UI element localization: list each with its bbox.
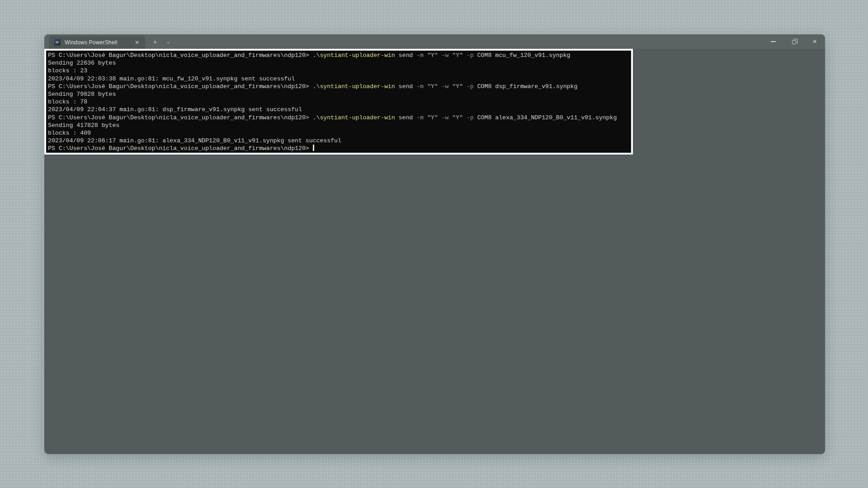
terminal-line: PS C:\Users\José Bagur\Desktop\nicla_voi… xyxy=(48,83,629,90)
terminal-text-segment: 2023/04/09 22:04:37 main.go:81: dsp_firm… xyxy=(48,106,302,113)
terminal-text-segment: -m xyxy=(413,114,424,121)
terminal-text-segment: .\syntiant-uploader-win xyxy=(313,83,395,90)
terminal-line: blocks : 409 xyxy=(48,129,629,137)
terminal-text-segment: PS C:\Users\José Bagur\Desktop\nicla_voi… xyxy=(48,83,313,90)
terminal-line: 2023/04/09 22:03:38 main.go:81: mcu_fw_1… xyxy=(48,75,629,83)
window-titlebar[interactable]: ≫ Windows PowerShell ✕ + ⌄ ✕ xyxy=(44,34,825,49)
tab-close-icon[interactable]: ✕ xyxy=(133,38,141,47)
new-tab-button[interactable]: + xyxy=(149,36,161,49)
terminal-text-segment: COM8 mcu_fw_120_v91.synpkg xyxy=(474,52,571,59)
terminal-text-segment: PS C:\Users\José Bagur\Desktop\nicla_voi… xyxy=(48,52,313,59)
terminal-text-segment: COM8 dsp_firmware_v91.synpkg xyxy=(474,83,578,90)
titlebar-drag-region[interactable] xyxy=(174,34,763,49)
terminal-text-segment: 2023/04/09 22:06:17 main.go:81: alexa_33… xyxy=(48,137,341,144)
terminal-line: Sending 417828 bytes xyxy=(48,122,629,129)
terminal-text-segment: -w xyxy=(438,83,449,90)
terminal-text-segment: Sending 79828 bytes xyxy=(48,91,116,98)
window-controls: ✕ xyxy=(763,34,825,49)
terminal-text-segment: .\syntiant-uploader-win xyxy=(313,52,395,59)
tab-title: Windows PowerShell xyxy=(65,39,129,46)
terminal-text-segment: "Y" xyxy=(424,83,438,90)
tab-dropdown-button[interactable]: ⌄ xyxy=(162,36,174,49)
terminal-text-segment: COM8 alexa_334_NDP120_B0_v11_v91.synpkg xyxy=(474,114,617,121)
terminal-text-segment: 2023/04/09 22:03:38 main.go:81: mcu_fw_1… xyxy=(48,75,295,82)
terminal-line: PS C:\Users\José Bagur\Desktop\nicla_voi… xyxy=(48,114,629,122)
restore-icon xyxy=(792,40,796,44)
terminal-text-segment: Sending 22636 bytes xyxy=(48,60,116,66)
minimize-icon xyxy=(771,41,776,42)
tab-windows-powershell[interactable]: ≫ Windows PowerShell ✕ xyxy=(49,36,145,49)
terminal-text-segment: PS C:\Users\José Bagur\Desktop\nicla_voi… xyxy=(48,114,313,121)
terminal-text-segment: .\syntiant-uploader-win xyxy=(313,114,395,121)
terminal-line: Sending 22636 bytes xyxy=(48,59,629,67)
terminal-text-segment: "Y" xyxy=(448,52,463,59)
terminal-text-segment: blocks : 23 xyxy=(48,67,87,74)
terminal-highlight-box: PS C:\Users\José Bagur\Desktop\nicla_voi… xyxy=(44,49,633,155)
terminal-text-segment: send xyxy=(395,52,413,59)
terminal-line: Sending 79828 bytes xyxy=(48,90,629,98)
close-button[interactable]: ✕ xyxy=(804,34,825,49)
terminal-line: blocks : 23 xyxy=(48,67,629,75)
maximize-button[interactable] xyxy=(783,34,804,49)
terminal-line: 2023/04/09 22:06:17 main.go:81: alexa_33… xyxy=(48,137,629,145)
terminal-text-segment: "Y" xyxy=(424,52,438,59)
terminal-text-segment: send xyxy=(395,114,413,121)
terminal-text-segment: -p xyxy=(463,52,474,59)
terminal-text-segment: "Y" xyxy=(448,114,463,121)
terminal-text-segment: send xyxy=(395,83,413,90)
terminal-line: 2023/04/09 22:04:37 main.go:81: dsp_firm… xyxy=(48,106,629,113)
terminal-text-segment: blocks : 78 xyxy=(48,99,87,105)
terminal-text-segment: Sending 417828 bytes xyxy=(48,122,119,129)
terminal-output[interactable]: PS C:\Users\José Bagur\Desktop\nicla_voi… xyxy=(46,51,631,153)
terminal-cursor xyxy=(313,145,314,151)
terminal-text-segment: -m xyxy=(413,83,424,90)
terminal-text-segment: "Y" xyxy=(448,83,463,90)
minimize-button[interactable] xyxy=(763,34,783,49)
powershell-icon: ≫ xyxy=(54,39,61,46)
terminal-text-segment: -p xyxy=(463,83,474,90)
close-icon: ✕ xyxy=(812,38,817,45)
terminal-text-segment: PS C:\Users\José Bagur\Desktop\nicla_voi… xyxy=(48,145,313,152)
terminal-line: PS C:\Users\José Bagur\Desktop\nicla_voi… xyxy=(48,145,629,152)
terminal-line: PS C:\Users\José Bagur\Desktop\nicla_voi… xyxy=(48,52,629,59)
terminal-text-segment: -m xyxy=(413,52,424,59)
terminal-window: ≫ Windows PowerShell ✕ + ⌄ ✕ PS C:\Users… xyxy=(44,34,825,454)
terminal-line: blocks : 78 xyxy=(48,98,629,106)
terminal-text-segment: blocks : 409 xyxy=(48,130,91,136)
terminal-text-segment: -p xyxy=(463,114,474,121)
terminal-text-segment: -w xyxy=(438,114,449,121)
terminal-text-segment: "Y" xyxy=(424,114,438,121)
terminal-text-segment: -w xyxy=(438,52,449,59)
